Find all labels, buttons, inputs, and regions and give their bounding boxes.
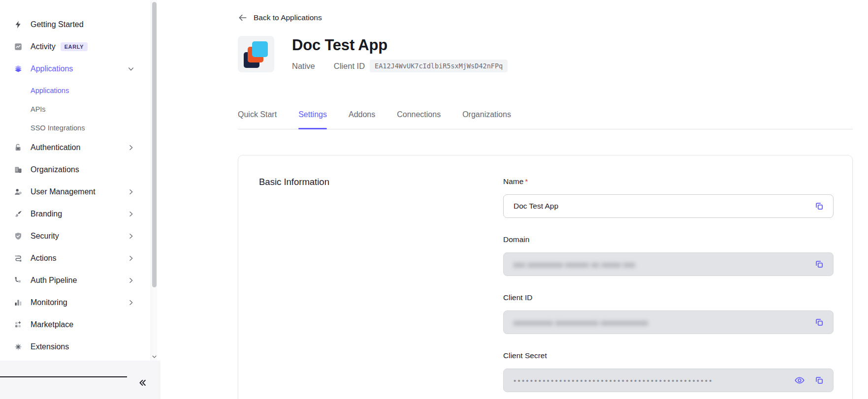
chevron-down-icon bbox=[127, 65, 135, 73]
subitem-label: SSO Integrations bbox=[31, 124, 85, 132]
sidebar-item-activity[interactable]: Activity EARLY bbox=[14, 40, 161, 54]
sidebar-subitem-apis[interactable]: APIs bbox=[14, 103, 161, 116]
sidebar-item-label: Organizations bbox=[31, 165, 79, 174]
sidebar-item-label: Monitoring bbox=[31, 298, 67, 307]
sidebar-item-label: Extensions bbox=[31, 342, 69, 351]
tab-settings[interactable]: Settings bbox=[298, 110, 327, 129]
copy-icon bbox=[814, 317, 825, 328]
sidebar-subitem-applications[interactable]: Applications bbox=[14, 84, 161, 97]
sidebar-item-applications[interactable]: Applications bbox=[14, 62, 161, 76]
client-secret-input[interactable]: ••••••••••••••••••••••••••••••••••••••••… bbox=[503, 368, 834, 392]
sidebar-footer bbox=[0, 361, 161, 399]
name-input-value: Doc Test App bbox=[514, 202, 807, 211]
sidebar-nav: Getting Started Activity EARLY Applicati… bbox=[0, 0, 161, 354]
marketplace-icon bbox=[14, 320, 23, 329]
sidebar-scrollbar[interactable] bbox=[151, 0, 157, 361]
back-link-label: Back to Applications bbox=[254, 13, 322, 22]
sidebar-item-label: User Management bbox=[31, 187, 96, 196]
basic-information-card: Basic Information Name * Doc Test App bbox=[238, 155, 853, 399]
sidebar-item-auth-pipeline[interactable]: Auth Pipeline bbox=[14, 274, 161, 287]
paintbrush-icon bbox=[14, 210, 23, 218]
chevron-right-icon bbox=[127, 188, 135, 196]
sidebar-item-actions[interactable]: Actions bbox=[14, 251, 161, 265]
chevron-down-icon bbox=[152, 355, 157, 358]
app-header: Doc Test App Native Client ID EA12J4WvUK… bbox=[238, 36, 853, 72]
section-title-column: Basic Information bbox=[259, 177, 503, 399]
sidebar-item-label: Getting Started bbox=[31, 20, 84, 29]
main-content: Back to Applications Doc Test App Native… bbox=[161, 0, 868, 399]
copy-client-id-button[interactable] bbox=[813, 316, 825, 328]
tab-organizations[interactable]: Organizations bbox=[462, 110, 511, 129]
chevron-right-icon bbox=[127, 210, 135, 218]
shield-check-icon bbox=[14, 232, 23, 241]
app-tabs: Quick Start Settings Addons Connections … bbox=[238, 110, 853, 129]
sidebar-item-label: Applications bbox=[31, 64, 73, 73]
field-label-text: Client Secret bbox=[503, 351, 547, 360]
sidebar-item-organizations[interactable]: Organizations bbox=[14, 163, 161, 177]
sidebar-item-getting-started[interactable]: Getting Started bbox=[14, 18, 161, 31]
tab-connections[interactable]: Connections bbox=[397, 110, 441, 129]
eye-icon bbox=[794, 375, 805, 386]
sidebar-item-authentication[interactable]: Authentication bbox=[14, 141, 161, 154]
tab-quick-start[interactable]: Quick Start bbox=[238, 110, 277, 129]
building-icon bbox=[14, 165, 23, 174]
client-secret-field-label: Client Secret bbox=[503, 351, 834, 360]
page-title: Doc Test App bbox=[292, 37, 508, 54]
client-id-badge[interactable]: EA12J4WvUK7cIdlbiR5sxMjWsD42nFPq bbox=[370, 60, 508, 72]
app-logo bbox=[238, 36, 274, 72]
name-field-label: Name * bbox=[503, 177, 834, 186]
name-input[interactable]: Doc Test App bbox=[503, 194, 834, 218]
client-id-redacted-value: xxxxxxxxxx xxxxxxxxxxx xxxxxxxxxxxx bbox=[514, 318, 807, 327]
sidebar-item-security[interactable]: Security bbox=[14, 229, 161, 243]
copy-icon bbox=[814, 201, 825, 212]
sidebar-item-label: Auth Pipeline bbox=[31, 276, 77, 285]
field-label-text: Name bbox=[503, 177, 523, 186]
copy-name-button[interactable] bbox=[813, 200, 825, 212]
chevron-right-icon bbox=[127, 144, 135, 152]
sidebar-subitem-sso-integrations[interactable]: SSO Integrations bbox=[14, 122, 161, 134]
input-actions bbox=[794, 374, 825, 386]
chevron-right-icon bbox=[127, 299, 135, 307]
pipeline-icon bbox=[14, 276, 23, 285]
arrow-left-icon bbox=[238, 13, 248, 23]
copy-icon bbox=[814, 375, 825, 386]
back-to-applications-link[interactable]: Back to Applications bbox=[238, 13, 322, 23]
subitem-label: Applications bbox=[31, 87, 69, 94]
sidebar-item-monitoring[interactable]: Monitoring bbox=[14, 296, 161, 309]
client-id-input[interactable]: xxxxxxxxxx xxxxxxxxxxx xxxxxxxxxxxx bbox=[503, 310, 834, 334]
tab-addons[interactable]: Addons bbox=[349, 110, 375, 129]
sidebar-item-extensions[interactable]: Extensions bbox=[14, 340, 161, 354]
flow-icon bbox=[14, 254, 23, 263]
sidebar-item-label: Security bbox=[31, 232, 59, 241]
collapse-sidebar-button[interactable] bbox=[136, 376, 149, 389]
chip-icon bbox=[14, 342, 23, 351]
field-label-text: Domain bbox=[503, 235, 529, 244]
logo-blue-square bbox=[252, 41, 268, 57]
scrollbar-thumb[interactable] bbox=[152, 2, 157, 287]
reveal-client-secret-button[interactable] bbox=[794, 374, 805, 386]
copy-icon bbox=[814, 259, 825, 270]
footer-divider bbox=[0, 376, 127, 377]
sidebar-item-label: Branding bbox=[31, 210, 62, 218]
client-secret-masked-value: ••••••••••••••••••••••••••••••••••••••••… bbox=[514, 376, 788, 385]
input-actions bbox=[813, 316, 825, 328]
sidebar-item-branding[interactable]: Branding bbox=[14, 207, 161, 221]
early-badge: EARLY bbox=[61, 42, 88, 51]
copy-domain-button[interactable] bbox=[813, 258, 825, 270]
client-secret-field-group: Client Secret ••••••••••••••••••••••••••… bbox=[503, 351, 834, 392]
client-id-label: Client ID bbox=[334, 61, 365, 71]
sidebar-item-label: Activity bbox=[31, 42, 56, 51]
user-gear-icon bbox=[14, 187, 23, 196]
required-marker: * bbox=[525, 177, 528, 186]
app-type-label: Native bbox=[292, 61, 315, 71]
section-title: Basic Information bbox=[259, 177, 503, 187]
chevron-right-icon bbox=[127, 232, 135, 240]
activity-icon bbox=[14, 42, 23, 51]
sidebar-item-marketplace[interactable]: Marketplace bbox=[14, 318, 161, 332]
copy-client-secret-button[interactable] bbox=[813, 374, 825, 386]
sidebar-item-label: Authentication bbox=[31, 143, 80, 152]
scrollbar-down-button[interactable] bbox=[151, 353, 158, 360]
domain-redacted-value: xxx xxxxxxxxx xxxxxx xx xxxxx xxx bbox=[514, 260, 807, 269]
sidebar-item-user-management[interactable]: User Management bbox=[14, 185, 161, 199]
domain-input[interactable]: xxx xxxxxxxxx xxxxxx xx xxxxx xxx bbox=[503, 252, 834, 276]
